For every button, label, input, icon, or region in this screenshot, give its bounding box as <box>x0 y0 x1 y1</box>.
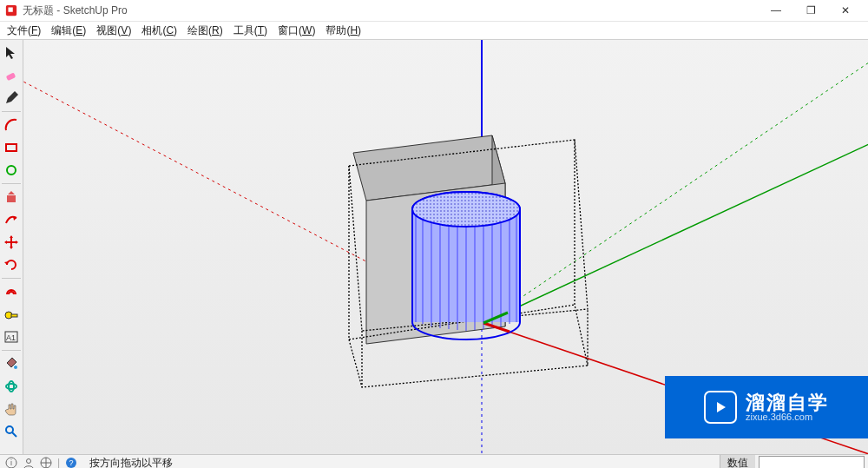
svg-line-31 <box>483 144 868 323</box>
close-button[interactable]: ✕ <box>828 0 863 21</box>
zoom-icon <box>4 425 18 438</box>
eraser-icon <box>4 69 18 82</box>
rect-icon <box>4 141 18 155</box>
window-title: 无标题 - SketchUp Pro <box>23 3 128 18</box>
arc-icon <box>4 118 18 132</box>
menu-v[interactable]: 视图(V) <box>91 22 136 39</box>
svg-text:?: ? <box>69 458 74 467</box>
titlebar: 无标题 - SketchUp Pro — ❐ ✕ <box>0 0 868 22</box>
text-icon: A1 <box>4 330 18 344</box>
svg-rect-5 <box>6 144 16 151</box>
play-icon <box>704 391 737 424</box>
menu-t[interactable]: 工具(T) <box>228 22 273 39</box>
info-icon[interactable]: i <box>5 457 17 468</box>
menu-f[interactable]: 文件(F) <box>2 22 46 39</box>
svg-marker-58 <box>717 402 726 412</box>
rectangle-tool[interactable] <box>1 137 22 158</box>
cursor-icon <box>4 46 18 60</box>
svg-rect-18 <box>11 314 17 317</box>
watermark-overlay: 溜溜自学 zixue.3d66.com <box>665 376 868 438</box>
orbit-tool[interactable] <box>1 376 22 397</box>
move-icon <box>4 235 18 249</box>
menu-c[interactable]: 相机(C) <box>136 22 182 39</box>
svg-marker-4 <box>6 91 18 103</box>
circle-icon <box>4 163 18 177</box>
menu-h[interactable]: 帮助(H) <box>320 22 366 39</box>
svg-line-28 <box>483 63 868 323</box>
svg-rect-7 <box>7 195 16 202</box>
svg-point-23 <box>6 384 16 389</box>
left-toolbar: A1 <box>0 40 23 454</box>
orbit-icon <box>4 379 18 393</box>
svg-marker-12 <box>10 235 13 238</box>
vcb-input[interactable] <box>759 456 865 469</box>
help-icon[interactable]: ? <box>65 457 77 468</box>
tape-icon <box>4 307 18 321</box>
pan-icon <box>4 402 18 416</box>
svg-marker-15 <box>16 241 18 244</box>
svg-marker-8 <box>8 191 15 194</box>
offset-icon <box>4 285 18 299</box>
watermark-brand: 溜溜自学 <box>746 392 829 412</box>
zoom-tool[interactable] <box>1 421 22 442</box>
statusbar: i | ? 按方向拖动以平移 数值 <box>0 454 868 468</box>
user-icon[interactable] <box>23 457 35 468</box>
svg-point-22 <box>14 366 17 369</box>
pan-tool[interactable] <box>1 399 22 419</box>
menu-w[interactable]: 窗口(W) <box>273 22 320 39</box>
geo-icon[interactable] <box>40 457 52 468</box>
svg-text:i: i <box>10 458 12 467</box>
pencil-icon <box>4 91 18 105</box>
pushpull-icon <box>4 190 18 204</box>
vcb-label: 数值 <box>720 455 755 468</box>
arc-tool[interactable] <box>1 115 22 135</box>
paint-tool[interactable] <box>1 353 22 374</box>
svg-point-61 <box>27 459 31 464</box>
viewport[interactable]: 溜溜自学 zixue.3d66.com <box>23 40 868 454</box>
minimize-button[interactable]: — <box>759 0 793 21</box>
text-tool[interactable]: A1 <box>1 326 22 347</box>
svg-point-53 <box>412 192 520 227</box>
svg-marker-2 <box>6 47 15 59</box>
rotate-tool[interactable] <box>1 254 22 275</box>
followme-tool[interactable] <box>1 209 22 230</box>
svg-marker-14 <box>4 241 7 244</box>
followme-icon <box>4 213 18 227</box>
app-icon <box>5 4 17 16</box>
select-tool[interactable] <box>1 43 22 63</box>
svg-text:A1: A1 <box>6 333 16 342</box>
svg-line-26 <box>12 432 16 437</box>
bucket-icon <box>4 357 18 371</box>
svg-point-25 <box>6 426 13 433</box>
tape-tool[interactable] <box>1 304 22 325</box>
menu-e[interactable]: 编辑(E) <box>46 22 91 39</box>
maximize-button[interactable]: ❐ <box>793 0 828 21</box>
menu-r[interactable]: 绘图(R) <box>182 22 228 39</box>
eraser-tool[interactable] <box>1 65 22 86</box>
svg-marker-13 <box>10 247 13 249</box>
status-hint: 按方向拖动以平移 <box>82 456 173 469</box>
line-tool[interactable] <box>1 88 22 109</box>
svg-point-6 <box>7 166 16 175</box>
svg-point-24 <box>9 381 14 392</box>
offset-tool[interactable] <box>1 281 22 302</box>
pushpull-tool[interactable] <box>1 187 22 208</box>
watermark-url: zixue.3d66.com <box>746 412 829 423</box>
rotate-icon <box>4 258 18 272</box>
circle-tool[interactable] <box>1 160 22 181</box>
svg-rect-3 <box>6 72 16 81</box>
svg-rect-1 <box>9 8 13 12</box>
menubar: 文件(F)编辑(E)视图(V)相机(C)绘图(R)工具(T)窗口(W)帮助(H) <box>0 22 868 40</box>
move-tool[interactable] <box>1 232 22 253</box>
